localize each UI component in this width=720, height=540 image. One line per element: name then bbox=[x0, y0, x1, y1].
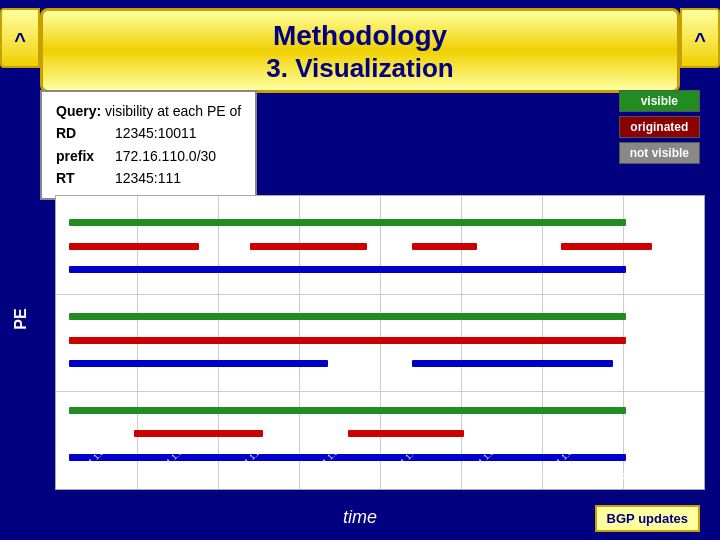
query-prefix-value: 172.16.110.0/30 bbox=[115, 148, 216, 164]
corner-right-decoration: ^ bbox=[680, 8, 720, 68]
x-label-4: 29/07/11 1:3 bbox=[302, 448, 340, 486]
query-label: Query: bbox=[56, 103, 101, 119]
query-rd-label: RD bbox=[56, 122, 111, 144]
bgp-updates-badge: BGP updates bbox=[595, 505, 700, 532]
x-label-3: 29/07/11 1:2 bbox=[224, 448, 262, 486]
query-box: Query: visibility at each PE of RD 12345… bbox=[40, 90, 257, 200]
query-prefix-label: prefix bbox=[56, 145, 111, 167]
legend-visible: visible bbox=[619, 90, 700, 112]
bar-row1-red-4 bbox=[561, 243, 652, 250]
query-line1: Query: visibility at each PE of bbox=[56, 100, 241, 122]
x-label-8: 29/07/11 1:7 bbox=[614, 448, 652, 486]
query-description: visibility at each PE of bbox=[105, 103, 241, 119]
hsep-1 bbox=[56, 294, 704, 295]
x-label-6: 29/07/11 1:5 bbox=[458, 448, 496, 486]
x-label-7: 29/07/11 1:6 bbox=[536, 448, 574, 486]
bar-row2-red bbox=[69, 337, 626, 344]
bar-row1-green bbox=[69, 219, 626, 226]
bar-row1-red-1 bbox=[69, 243, 199, 250]
corner-left-decoration: ^ bbox=[0, 8, 40, 68]
x-label-1: 29/07/11 1:0 bbox=[68, 448, 106, 486]
query-rt-line: RT 12345:111 bbox=[56, 167, 241, 189]
bar-row3-red-2 bbox=[348, 430, 465, 437]
bar-row1-red-2 bbox=[250, 243, 367, 250]
query-rd-value: 12345:10011 bbox=[115, 125, 197, 141]
bar-row1-red-3 bbox=[412, 243, 477, 250]
bar-row2-blue-2 bbox=[412, 360, 613, 367]
query-prefix-line: prefix 172.16.110.0/30 bbox=[56, 145, 241, 167]
bar-row2-blue-1 bbox=[69, 360, 328, 367]
x-label-5: 29/07/11 1:4 bbox=[380, 448, 418, 486]
bar-row1-blue bbox=[69, 266, 626, 273]
hsep-2 bbox=[56, 391, 704, 392]
x-label-2: 29/07/11 1:1 bbox=[146, 448, 184, 486]
query-rt-label: RT bbox=[56, 167, 111, 189]
query-rd-line: RD 12345:10011 bbox=[56, 122, 241, 144]
query-rt-value: 12345:111 bbox=[115, 170, 181, 186]
title-line2: 3. Visualization bbox=[43, 53, 677, 84]
bar-row2-green bbox=[69, 313, 626, 320]
pe-axis-label: PE bbox=[12, 308, 30, 329]
legend-originated: originated bbox=[619, 116, 700, 138]
title-line1: Methodology bbox=[43, 19, 677, 53]
bar-row3-red-1 bbox=[134, 430, 264, 437]
time-label: time bbox=[343, 507, 377, 528]
header-banner: Methodology 3. Visualization bbox=[40, 8, 680, 93]
bar-row3-green bbox=[69, 407, 626, 414]
legend-not-visible: not visible bbox=[619, 142, 700, 164]
x-axis-labels: 29/07/11 1:0 29/07/11 1:1 29/07/11 1:2 2… bbox=[55, 443, 705, 488]
legend-box: visible originated not visible bbox=[619, 90, 700, 164]
